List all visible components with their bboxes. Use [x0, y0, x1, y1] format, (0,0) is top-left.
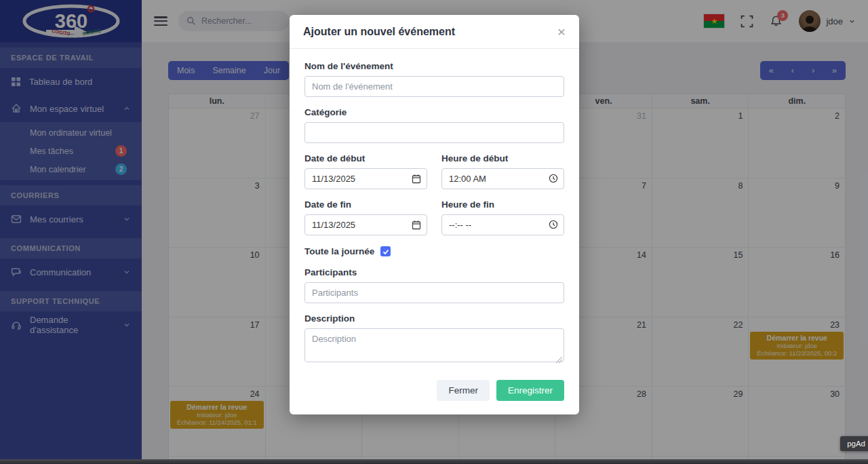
add-event-modal: Ajouter un nouvel événement × Nom de l'é…	[290, 15, 579, 414]
resize-handle[interactable]	[556, 357, 562, 363]
start-date-label: Date de début	[304, 153, 427, 163]
save-button[interactable]: Enregistrer	[496, 380, 564, 401]
end-date-label: Date de fin	[304, 199, 427, 210]
all-day-checkbox[interactable]	[380, 246, 391, 256]
event-name-label: Nom de l'événement	[304, 61, 564, 71]
end-time-input[interactable]	[441, 214, 564, 235]
description-label: Description	[304, 313, 564, 324]
description-textarea[interactable]	[304, 328, 564, 362]
taskbar-tooltip: pgAd	[840, 436, 868, 451]
end-date-input[interactable]	[304, 214, 427, 235]
start-date-input[interactable]	[304, 168, 427, 189]
modal-title: Ajouter un nouvel événement	[303, 26, 455, 38]
close-button[interactable]: Fermer	[437, 380, 490, 401]
close-icon[interactable]: ×	[557, 24, 566, 39]
start-time-label: Heure de début	[441, 153, 564, 163]
taskbar-edge[interactable]	[0, 459, 868, 464]
category-label: Catégorie	[304, 107, 564, 117]
start-time-input[interactable]	[441, 168, 564, 189]
participants-input[interactable]	[304, 282, 564, 303]
end-time-label: Heure de fin	[441, 199, 564, 210]
participants-label: Participants	[304, 267, 564, 277]
check-icon	[382, 248, 389, 255]
all-day-label: Toute la journée	[304, 246, 374, 256]
event-name-input[interactable]	[304, 76, 564, 97]
category-input[interactable]	[304, 122, 564, 143]
